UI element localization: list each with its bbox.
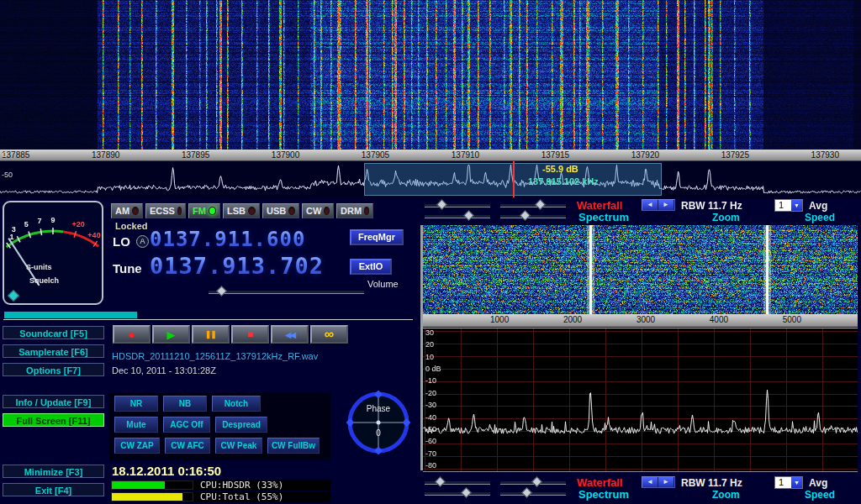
audio-waterfall-canvas [423,225,858,314]
cw-peak-button[interactable]: CW Peak [215,438,262,454]
mode-label: LSB [227,206,246,216]
cpu-total-row: CPU:Total (55%) [110,491,330,502]
scale-tick: 5000 [783,315,801,327]
nr-button[interactable]: NR [114,396,158,412]
stop-icon: ■ [247,328,253,340]
slider-thumb[interactable] [461,487,472,498]
slider-thumb[interactable] [520,210,531,221]
slider-thumb[interactable] [436,199,447,210]
tab-waterfall[interactable]: Waterfall [577,476,622,489]
dropdown-arrow-icon[interactable]: ▼ [791,477,802,488]
tab-spectrum[interactable]: Spectrum [578,211,629,223]
despread-button[interactable]: Despread [215,417,267,433]
phase-dial[interactable]: Phase 0 [345,389,412,459]
pan-buttons: ◄ ► [642,476,675,488]
volume-slider[interactable] [209,291,364,294]
playback-file-date: Dec 10, 2011 - 13:01:28Z [112,365,216,375]
play-button[interactable]: ▶ [152,325,190,344]
menu-soundcard[interactable]: Soundcard [F5] [3,326,104,339]
freq-tick: 137910 [452,150,479,160]
audio-waterfall-display[interactable] [423,225,858,314]
mode-fm[interactable]: FM [188,203,220,218]
upper-display-controls: Waterfall Spectrum ◄ ► RBW 11.7 Hz Zoom … [420,197,861,224]
menu-exit[interactable]: Exit [F4] [3,483,104,496]
mode-led-icon [248,207,256,215]
pan-right-icon[interactable]: ► [658,200,674,210]
scale-tick: 2000 [563,315,582,327]
cw-afc-button[interactable]: CW AFC [165,438,210,454]
phase-value: 0 [345,428,412,438]
menu-info-update[interactable]: Info / Update [F9] [3,395,104,408]
current-datetime: 18.12.2011 0:16:50 [112,464,221,478]
extio-button[interactable]: ExtIO [350,259,392,275]
notch-button[interactable]: Notch [212,396,261,412]
slider-thumb[interactable] [531,476,542,487]
pan-right-icon[interactable]: ► [658,477,674,487]
dropdown-arrow-icon[interactable]: ▼ [791,200,802,211]
zoom-select[interactable]: 1 ▼ [774,199,803,212]
db-axis-tick: -50 [2,171,13,179]
mute-button[interactable]: Mute [114,417,158,433]
min-level-slider[interactable] [425,492,490,496]
volume-slider-thumb[interactable] [216,286,227,297]
max-level-slider[interactable] [500,215,566,218]
nb-button[interactable]: NB [163,396,207,412]
main-spectrum-display[interactable]: -55.9 dB 137.915.102 kHz [0,161,861,197]
stop-button[interactable]: ■ [231,325,269,344]
contrast-slider[interactable] [500,204,566,207]
slider-thumb[interactable] [435,476,446,487]
mode-am[interactable]: AM [111,203,143,218]
lo-frequency-display[interactable]: 0137.911.600 [150,228,305,251]
freqmgr-button[interactable]: FreqMgr [350,229,404,245]
mode-label: ECSS [150,206,175,216]
max-level-slider[interactable] [500,492,566,496]
record-button[interactable]: ● [113,325,151,344]
zoom-label: Zoom [712,489,740,501]
mode-lsb[interactable]: LSB [223,203,260,218]
menu-samplerate[interactable]: Samplerate [F6] [3,344,104,358]
contrast-slider[interactable] [500,481,566,485]
menu-fullscreen[interactable]: Full Screen [F11] [3,413,104,427]
slider-thumb[interactable] [463,210,474,221]
tab-spectrum[interactable]: Spectrum [578,488,629,501]
slider-thumb[interactable] [521,487,532,498]
mode-ecss[interactable]: ECSS [145,203,186,218]
cw-fullbw-button[interactable]: CW FullBw [267,438,320,454]
pan-left-icon[interactable]: ◄ [642,200,658,210]
frequency-scale[interactable]: 137885 137890 137895 137900 137905 13791… [0,150,861,161]
slider-thumb[interactable] [535,199,546,210]
volume-label: Volume [367,279,399,289]
loop-button[interactable]: ∞ [310,325,348,344]
pan-left-icon[interactable]: ◄ [642,477,658,487]
rewind-button[interactable]: ◀◀ [271,325,309,344]
menu-minimize[interactable]: Minimize [F3] [3,465,104,478]
cw-zap-button[interactable]: CW ZAP [114,438,160,454]
freq-tick: 137890 [92,150,119,160]
pause-button[interactable]: ❚❚ [192,325,230,344]
mode-selector: AM ECSS FM LSB USB CW DRM [111,203,373,218]
menu-options[interactable]: Options [F7] [3,363,104,376]
brightness-slider[interactable] [425,204,490,207]
control-panel: Soundcard [F5] Samplerate [F6] Options [… [0,197,861,504]
mode-usb[interactable]: USB [262,203,299,218]
tune-frequency-display[interactable]: 0137.913.702 [150,253,324,279]
speed-select[interactable]: 1 ▼ [774,476,803,489]
brightness-slider[interactable] [425,481,490,485]
tune-label: Tune [113,261,142,276]
agc-button[interactable]: AGC Off [163,417,210,433]
freq-tick: 137915 [541,150,569,160]
main-waterfall-display[interactable] [0,0,861,150]
min-level-slider[interactable] [425,215,490,218]
mode-drm[interactable]: DRM [336,203,373,218]
zoom-label: Zoom [712,212,740,223]
transport-controls: ● ▶ ❚❚ ■ ◀◀ ∞ [113,325,348,344]
speed-label: Speed [805,489,835,501]
mode-label: FM [193,206,206,216]
audio-spectrum-display[interactable]: 30 20 10 0 dB -10 -20 -30 -40 -50 -60 -7… [423,328,858,472]
mode-label: CW [306,206,321,216]
audio-frequency-scale[interactable]: 1000 2000 3000 4000 5000 [423,314,858,327]
lo-a-badge[interactable]: A [136,235,149,248]
tab-waterfall[interactable]: Waterfall [577,199,622,212]
mode-cw[interactable]: CW [302,203,334,218]
scale-tick: 1000 [490,315,509,327]
